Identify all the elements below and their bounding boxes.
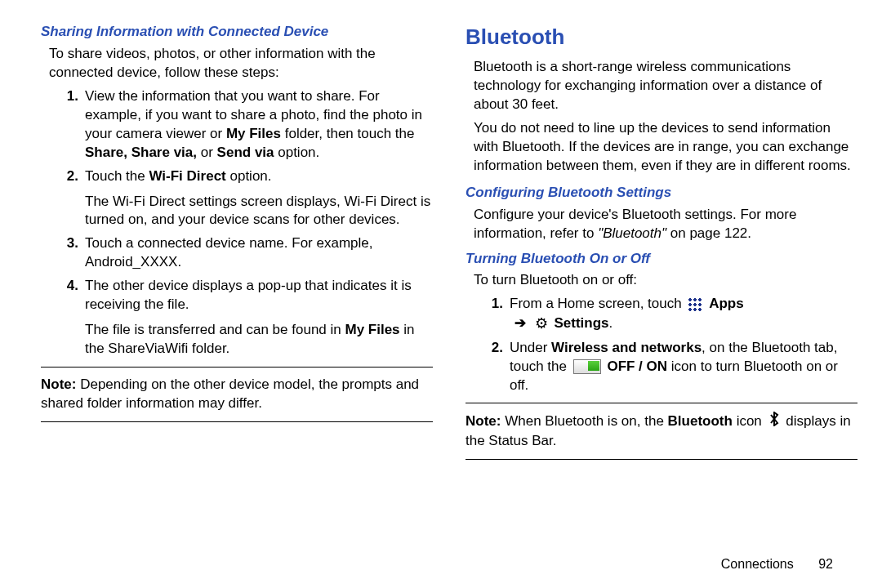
sharing-steps-cont: 3. Touch a connected device name. For ex…: [41, 234, 433, 314]
arrow-icon: ➔: [514, 314, 526, 333]
step-extra-text: The file is transferred and can be found…: [85, 321, 433, 359]
toggle-icon: [573, 359, 601, 374]
section-heading-bluetooth: Bluetooth: [466, 23, 858, 51]
step-text: Touch a connected device name. For examp…: [85, 234, 433, 272]
left-column: Sharing Information with Connected Devic…: [41, 23, 433, 468]
note-text: Note: Depending on the other device mode…: [41, 376, 433, 413]
footer-page-number: 92: [818, 557, 833, 571]
gear-icon: ⚙: [535, 314, 548, 333]
step-text: The other device displays a pop-up that …: [85, 277, 433, 314]
apps-icon: [688, 297, 702, 312]
turn-steps: 1. From a Home screen, touch Apps ➔ ⚙ Se…: [466, 295, 858, 394]
turn-intro: To turn Bluetooth on or off:: [466, 271, 858, 290]
divider: [41, 421, 433, 422]
subheading-configure: Configuring Bluetooth Settings: [466, 184, 858, 203]
bluetooth-desc2: You do not need to line up the devices t…: [466, 119, 858, 176]
step-number: 2.: [483, 339, 503, 395]
sharing-intro: To share videos, photos, or other inform…: [41, 45, 433, 82]
footer-section: Connections: [721, 557, 794, 571]
step-extra-text: The Wi-Fi Direct settings screen display…: [85, 193, 433, 230]
sharing-steps: 1. View the information that you want to…: [41, 87, 433, 186]
step-text: Under Wireless and networks, on the Blue…: [510, 339, 858, 395]
subheading-sharing: Sharing Information with Connected Devic…: [41, 23, 433, 42]
divider: [466, 459, 858, 460]
step-number: 1.: [483, 295, 503, 333]
subheading-turn-onoff: Turning Bluetooth On or Off: [466, 250, 858, 269]
step-text: View the information that you want to sh…: [85, 87, 433, 163]
step-number: 4.: [59, 277, 78, 314]
step-number: 2.: [59, 167, 78, 186]
step-number: 1.: [59, 87, 78, 163]
divider: [466, 403, 858, 403]
configure-text: Configure your device's Bluetooth settin…: [466, 206, 858, 243]
note-text: Note: When Bluetooth is on, the Bluetoot…: [466, 412, 858, 451]
divider: [41, 367, 433, 368]
step-text: From a Home screen, touch Apps ➔ ⚙ Setti…: [510, 295, 858, 333]
step-text: Touch the Wi-Fi Direct option.: [85, 167, 433, 186]
bluetooth-icon: [768, 412, 780, 432]
right-column: Bluetooth Bluetooth is a short-range wir…: [466, 23, 858, 468]
step-number: 3.: [59, 234, 78, 272]
page-footer: Connections 92: [721, 555, 833, 573]
bluetooth-desc: Bluetooth is a short-range wireless comm…: [466, 58, 858, 114]
